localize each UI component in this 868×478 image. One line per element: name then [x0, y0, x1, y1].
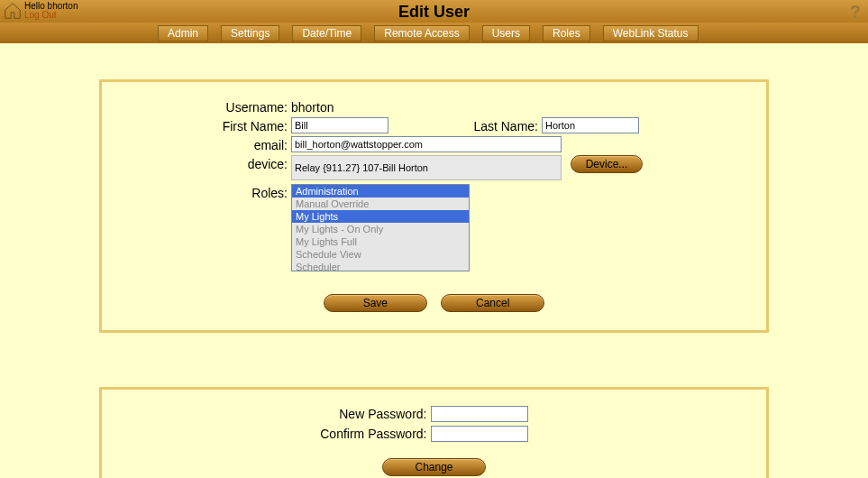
username-value: bhorton	[291, 98, 333, 115]
email-input[interactable]	[291, 136, 562, 152]
roles-label: Roles:	[120, 184, 291, 200]
page-title: Edit User	[0, 0, 868, 22]
home-area: Hello bhorton Log Out	[3, 1, 78, 21]
role-option[interactable]: My Lights	[292, 210, 469, 223]
role-option[interactable]: My Lights Full	[292, 235, 469, 248]
roles-listbox[interactable]: Administration Manual Override My Lights…	[291, 184, 470, 271]
logout-link[interactable]: Log Out	[24, 11, 78, 20]
nav-settings[interactable]: Settings	[221, 25, 279, 41]
nav-bar: Admin Settings Date/Time Remote Access U…	[0, 23, 868, 43]
new-password-input[interactable]	[431, 406, 528, 422]
confirm-password-input[interactable]	[431, 426, 528, 442]
confirm-password-label: Confirm Password:	[160, 427, 431, 441]
username-label: Username:	[120, 98, 291, 115]
nav-datetime[interactable]: Date/Time	[292, 25, 361, 41]
role-option[interactable]: Manual Override	[292, 198, 469, 210]
lastname-input[interactable]	[542, 117, 639, 133]
device-display	[291, 155, 562, 180]
firstname-input[interactable]	[291, 117, 388, 133]
edit-user-panel: Username: bhorton First Name: Last Name:…	[99, 79, 769, 333]
new-password-label: New Password:	[160, 407, 431, 421]
firstname-label: First Name:	[120, 117, 291, 133]
device-label: device:	[120, 155, 291, 171]
help-icon[interactable]: ?	[850, 2, 861, 23]
change-button[interactable]: Change	[382, 458, 486, 476]
home-icon[interactable]	[3, 1, 23, 21]
device-button[interactable]: Device...	[571, 155, 643, 173]
cancel-button[interactable]: Cancel	[441, 294, 544, 312]
password-panel: New Password: Confirm Password: Change	[99, 387, 769, 478]
save-button[interactable]: Save	[324, 294, 427, 312]
role-option[interactable]: Scheduler	[292, 261, 469, 271]
email-label: email:	[120, 136, 291, 152]
nav-admin[interactable]: Admin	[158, 25, 208, 41]
role-option[interactable]: Schedule View	[292, 248, 469, 261]
role-option[interactable]: Administration	[292, 185, 469, 198]
header-bar: Hello bhorton Log Out Edit User ?	[0, 0, 868, 23]
nav-weblink-status[interactable]: WebLink Status	[603, 25, 699, 41]
nav-roles[interactable]: Roles	[543, 25, 590, 41]
lastname-label: Last Name:	[452, 117, 542, 133]
role-option[interactable]: My Lights - On Only	[292, 223, 469, 235]
nav-remote-access[interactable]: Remote Access	[374, 25, 469, 41]
nav-users[interactable]: Users	[482, 25, 530, 41]
